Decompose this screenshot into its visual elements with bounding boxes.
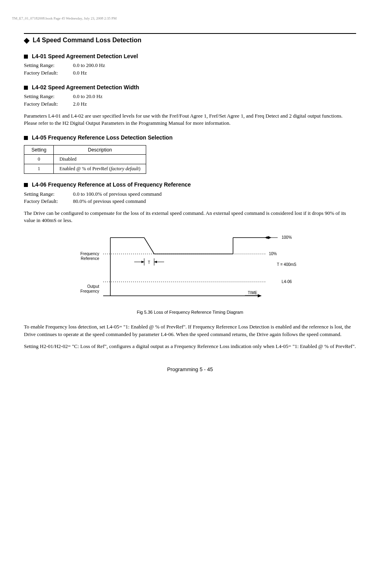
timing-diagram: Frequency Reference Output Frequency T 1… — [67, 232, 313, 304]
fig-t-eq: T = 400mS — [277, 262, 296, 267]
factory-default-label: Factory Default: — [24, 100, 72, 108]
table-cell: Enabled @ % of PrevRef (factory default) — [54, 164, 146, 174]
subsection-l4-05: L4-05 Frequency Reference Loss Detection… — [24, 134, 356, 142]
setting-range-label: Setting Range: — [24, 93, 72, 100]
fig-time: TIME — [248, 291, 257, 295]
subsection-l4-01: L4-01 Speed Agreement Detection Level — [24, 53, 356, 61]
subsection-l4-06: L4-06 Frequency Reference at Loss of Fre… — [24, 181, 356, 189]
table-header: Setting — [24, 145, 54, 155]
table-cell: 1 — [24, 164, 54, 174]
figure-caption: Fig 5.36 Loss of Frequency Reference Tim… — [67, 309, 313, 315]
subsection-l4-02: L4-02 Speed Agreement Detection Width — [24, 84, 356, 92]
fig-label-freq-ref2: Reference — [81, 256, 100, 261]
fig-100pct: 100% — [282, 235, 292, 240]
setting-range-value: 0.0 to 100.0% of previous speed command — [73, 191, 161, 197]
svg-line-2 — [144, 238, 154, 254]
section-title: L4 Speed Command Loss Detection — [33, 36, 141, 45]
fig-label-out-freq: Output — [87, 284, 99, 289]
table-row: 1 Enabled @ % of PrevRef (factory defaul… — [24, 164, 146, 174]
factory-default-value: 2.0 Hz — [73, 101, 87, 107]
square-icon — [24, 55, 28, 59]
fig-label-out-freq2: Frequency — [80, 289, 99, 293]
section-heading: ◆ L4 Speed Command Loss Detection — [24, 33, 356, 45]
table-row: 0 Disabled — [24, 155, 146, 164]
factory-default-label: Factory Default: — [24, 198, 72, 205]
print-header: TM_E7_01_07182008.book Page 45 Wednesday… — [12, 16, 356, 21]
settings-table: Setting Description 0 Disabled 1 Enabled… — [24, 145, 146, 174]
table-header: Description — [54, 145, 146, 155]
paragraph: Parameters L4-01 and L4-02 are user spec… — [24, 112, 356, 127]
diamond-icon: ◆ — [24, 35, 29, 45]
factory-default-row: Factory Default: 0.0 Hz — [24, 69, 356, 77]
factory-default-value: 0.0 Hz — [73, 70, 87, 76]
subsection-title: L4-02 Speed Agreement Detection Width — [32, 84, 139, 92]
page-footer: Programming 5 - 45 — [24, 366, 356, 373]
paragraph: Setting H2-01/H2-02= "C: Loss of Ref", c… — [24, 343, 356, 350]
svg-marker-15 — [154, 261, 157, 263]
svg-marker-13 — [141, 261, 144, 263]
setting-range-row: Setting Range: 0.0 to 100.0% of previous… — [24, 191, 356, 198]
fig-t-label: T — [148, 260, 150, 265]
setting-range-label: Setting Range: — [24, 62, 72, 69]
subsection-title: L4-01 Speed Agreement Detection Level — [32, 53, 138, 61]
factory-default-label: Factory Default: — [24, 69, 72, 77]
setting-range-row: Setting Range: 0.0 to 20.0 Hz — [24, 93, 356, 100]
fig-label-freq-ref: Frequency — [80, 252, 99, 256]
subsection-title: L4-05 Frequency Reference Loss Detection… — [32, 134, 172, 142]
square-icon — [24, 183, 28, 187]
table-cell: Disabled — [54, 155, 146, 164]
table-cell: 0 — [24, 155, 54, 164]
figure: Frequency Reference Output Frequency T 1… — [67, 232, 313, 315]
fig-l406: L4-06 — [282, 279, 292, 284]
setting-range-row: Setting Range: 0.0 to 200.0 Hz — [24, 62, 356, 69]
subsection-title: L4-06 Frequency Reference at Loss of Fre… — [32, 181, 191, 189]
factory-default-row: Factory Default: 80.0% of previous speed… — [24, 198, 356, 205]
factory-default-row: Factory Default: 2.0 Hz — [24, 100, 356, 108]
setting-range-value: 0.0 to 200.0 Hz — [73, 62, 105, 68]
factory-default-value: 80.0% of previous speed command — [73, 198, 146, 204]
square-icon — [24, 86, 28, 90]
paragraph: The Drive can be configured to compensat… — [24, 210, 356, 224]
fig-10pct: 10% — [269, 252, 277, 256]
square-icon — [24, 136, 28, 140]
paragraph: To enable Frequency loss detection, set … — [24, 323, 356, 338]
setting-range-label: Setting Range: — [24, 191, 72, 198]
svg-marker-20 — [258, 294, 262, 297]
table-header-row: Setting Description — [24, 145, 146, 155]
setting-range-value: 0.0 to 20.0 Hz — [73, 93, 102, 99]
